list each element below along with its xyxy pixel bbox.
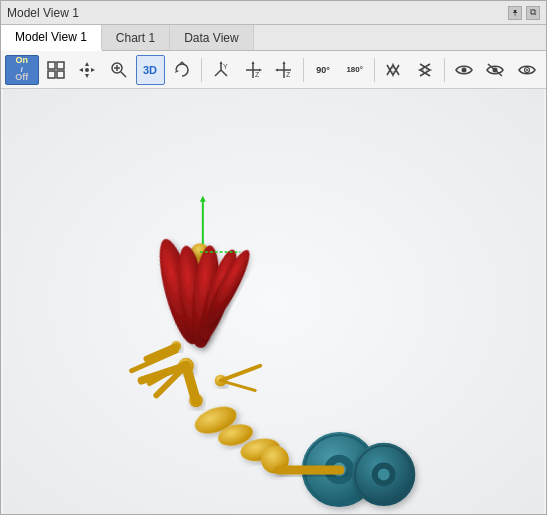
svg-point-34: [526, 69, 528, 71]
svg-marker-8: [91, 68, 95, 72]
y-axis-button[interactable]: Y: [206, 55, 236, 85]
3d-rotate-button[interactable]: 3D: [136, 55, 166, 85]
svg-line-18: [221, 70, 227, 76]
perspective-button[interactable]: [512, 55, 542, 85]
separator-2: [303, 58, 304, 82]
tab-model-view[interactable]: Model View 1: [1, 25, 102, 51]
svg-rect-3: [57, 71, 64, 78]
rotate-90-button[interactable]: 90°: [308, 55, 338, 85]
svg-text:Z: Z: [255, 71, 260, 78]
z-axis-2-icon: Z: [274, 60, 294, 80]
on-label: On: [16, 56, 29, 66]
svg-marker-23: [259, 68, 262, 71]
visibility-button[interactable]: [449, 55, 479, 85]
svg-rect-1: [57, 62, 64, 69]
z-axis-1-button[interactable]: Z: [238, 55, 268, 85]
window-title: Model View 1: [7, 6, 79, 20]
svg-rect-67: [275, 466, 344, 475]
flip-vertical-icon: [415, 60, 435, 80]
y-axis-icon: Y: [211, 60, 231, 80]
svg-rect-0: [48, 62, 55, 69]
separator-4: [444, 58, 445, 82]
3d-model-svg: [1, 89, 546, 514]
svg-marker-14: [175, 70, 179, 73]
flip-vertical-button[interactable]: [410, 55, 440, 85]
svg-marker-28: [275, 68, 278, 71]
flip-horizontal-button[interactable]: [378, 55, 408, 85]
svg-marker-5: [85, 62, 89, 66]
tabs-row: Model View 1 Chart 1 Data View: [1, 25, 546, 51]
title-bar-left: Model View 1: [7, 6, 79, 20]
separator-3: [374, 58, 375, 82]
pan-icon: [77, 60, 97, 80]
toolbar: On / Off: [1, 51, 546, 89]
separator-1: [201, 58, 202, 82]
rotate-180-button[interactable]: 180°: [340, 55, 370, 85]
on-off-button[interactable]: On / Off: [5, 55, 39, 85]
eye-icon: [454, 60, 474, 80]
zoom-icon: [109, 60, 129, 80]
svg-point-65: [378, 469, 390, 481]
eye-slash-icon: [485, 60, 505, 80]
title-bar: Model View 1 🖈 ⧉: [1, 1, 546, 25]
3d-icon: 3D: [141, 60, 161, 80]
tab-chart[interactable]: Chart 1: [102, 25, 170, 50]
tab-data-view[interactable]: Data View: [170, 25, 253, 50]
svg-point-30: [461, 67, 466, 72]
svg-text:Y: Y: [223, 63, 228, 70]
svg-rect-2: [48, 71, 55, 78]
hide-button[interactable]: [481, 55, 511, 85]
pin-button[interactable]: 🖈: [508, 6, 522, 20]
svg-marker-7: [79, 68, 83, 72]
zoom-button[interactable]: [104, 55, 134, 85]
svg-line-17: [215, 70, 221, 76]
grid-icon: [46, 60, 66, 80]
rotate-mode-icon: [172, 60, 192, 80]
off-label: Off: [15, 73, 28, 83]
svg-text:3D: 3D: [143, 64, 157, 76]
rotate-90-icon: 90°: [316, 65, 330, 75]
float-button[interactable]: ⧉: [526, 6, 540, 20]
flip-horizontal-icon: [383, 60, 403, 80]
main-window: Model View 1 🖈 ⧉ Model View 1 Chart 1 Da…: [0, 0, 547, 515]
3d-viewport[interactable]: [1, 89, 546, 514]
rotate-180-icon: 180°: [346, 65, 363, 74]
pan-button[interactable]: [72, 55, 102, 85]
svg-marker-21: [251, 61, 254, 64]
z-axis-1-icon: Z: [243, 60, 263, 80]
svg-marker-26: [283, 61, 286, 64]
z-axis-2-button[interactable]: Z: [269, 55, 299, 85]
title-bar-controls: 🖈 ⧉: [508, 6, 540, 20]
rotate-mode-button[interactable]: [167, 55, 197, 85]
svg-point-4: [85, 68, 89, 72]
svg-line-10: [121, 72, 126, 77]
perspective-icon: [517, 60, 537, 80]
svg-marker-6: [85, 74, 89, 78]
grid-button[interactable]: [41, 55, 71, 85]
svg-text:Z: Z: [286, 71, 291, 78]
